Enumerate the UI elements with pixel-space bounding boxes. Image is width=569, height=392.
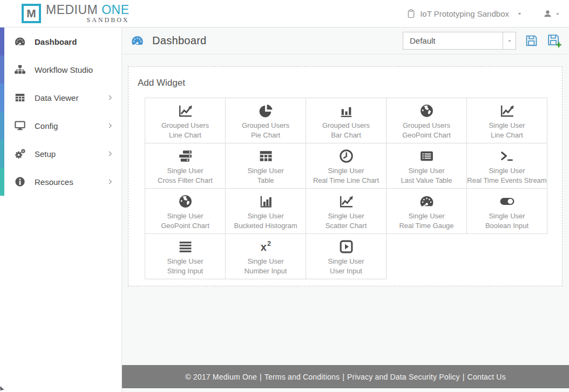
footer-separator: | bbox=[260, 373, 262, 381]
caret-down-icon bbox=[507, 38, 512, 44]
sidebar-item-label: Data Viewer bbox=[35, 93, 78, 102]
select-caret[interactable] bbox=[503, 32, 516, 49]
pie-chart-icon bbox=[258, 103, 274, 119]
widget-grouped-users-geopoint-chart[interactable]: Grouped UsersGeoPoint Chart bbox=[386, 98, 467, 143]
sandbox-selector-label: IoT Prototyping Sandbox bbox=[420, 9, 509, 18]
bar-chart-icon bbox=[338, 103, 354, 119]
widget-group-label: Single User bbox=[247, 257, 283, 266]
footer: © 2017 Medium One|Terms and Conditions|P… bbox=[122, 365, 569, 388]
widget-name-label: Real Time Events Stream bbox=[467, 176, 546, 185]
align-justify-icon bbox=[178, 239, 193, 255]
widget-grouped-users-line-chart[interactable]: Grouped UsersLine Chart bbox=[145, 98, 226, 143]
widget-grouped-users-bar-chart[interactable]: Grouped UsersBar Chart bbox=[306, 98, 387, 143]
account-menu[interactable] bbox=[543, 9, 560, 18]
widget-single-user-boolean-input[interactable]: Single UserBoolean Input bbox=[466, 188, 547, 234]
widget-single-user-real-time-line-chart[interactable]: Single UserReal Time Line Chart bbox=[306, 143, 387, 189]
widget-group-label: Single User bbox=[489, 166, 525, 176]
widget-group-label: Single User bbox=[408, 211, 444, 221]
sidebar-item-dashboard[interactable]: Dashboard bbox=[0, 27, 121, 56]
sidebar-item-label: Config bbox=[35, 121, 58, 130]
widget-single-user-real-time-gauge[interactable]: Single UserReal Time Gauge bbox=[386, 188, 467, 234]
widget-single-user-user-input[interactable]: Single UserUser Input bbox=[306, 233, 387, 279]
add-widget-panel: Add Widget Grouped UsersLine ChartGroupe… bbox=[128, 66, 563, 286]
chevron-right-icon bbox=[106, 122, 114, 129]
sandbox-selector-dropdown[interactable]: IoT Prototyping Sandbox bbox=[407, 9, 527, 19]
widget-single-user-geopoint-chart[interactable]: Single UserGeoPoint Chart bbox=[145, 188, 226, 234]
widget-group-label: Single User bbox=[489, 121, 525, 130]
logo-mark-icon: M bbox=[22, 4, 41, 23]
main-area: Dashboard Default Add Widget Grouped Use… bbox=[122, 27, 569, 392]
widget-name-label: Cross Filter Chart bbox=[158, 176, 213, 185]
widget-name-label: Number Input bbox=[245, 266, 287, 276]
chevron-right-icon bbox=[106, 178, 114, 185]
brand-subtitle: SANDBOX bbox=[46, 17, 130, 24]
widget-group-label: Grouped Users bbox=[403, 121, 450, 130]
sidebar-accent-strip bbox=[0, 112, 4, 140]
cross-filter-icon bbox=[178, 148, 193, 164]
footer-link-contact-us[interactable]: Contact Us bbox=[468, 373, 506, 381]
footer-link-terms-and-conditions[interactable]: Terms and Conditions bbox=[265, 373, 340, 381]
dashboard-view-select[interactable]: Default bbox=[403, 32, 516, 50]
save-as-new-dashboard-button[interactable] bbox=[547, 33, 561, 48]
footer-link-privacy-and-data-security-policy[interactable]: Privacy and Data Security Policy bbox=[347, 373, 460, 381]
brand-accent: ONE bbox=[101, 3, 129, 17]
widget-single-user-bucketed-histogram[interactable]: Single UserBucketed Histogram bbox=[225, 188, 306, 234]
list-alt-icon bbox=[419, 148, 435, 164]
caret-down-icon bbox=[517, 11, 523, 17]
sidebar-accent-strip bbox=[0, 56, 4, 84]
widget-single-user-last-value-table[interactable]: Single UserLast Value Table bbox=[386, 143, 467, 189]
widget-group-label: Single User bbox=[247, 211, 283, 221]
widget-name-label: Bar Chart bbox=[331, 130, 361, 140]
widget-single-user-string-input[interactable]: Single UserString Input bbox=[145, 233, 226, 279]
sidebar-item-setup[interactable]: Setup bbox=[0, 140, 121, 168]
widget-name-label: String Input bbox=[167, 266, 204, 276]
widget-name-label: Pie Chart bbox=[251, 130, 280, 140]
info-circle-icon bbox=[14, 176, 26, 188]
sidebar-item-data-viewer[interactable]: Data Viewer bbox=[0, 84, 121, 112]
widget-group-label: Single User bbox=[167, 257, 203, 266]
widget-name-label: Scatter Chart bbox=[326, 221, 367, 231]
widget-group-label: Single User bbox=[489, 211, 525, 221]
footer-separator: | bbox=[342, 373, 344, 381]
mouse-cursor bbox=[0, 386, 4, 391]
widget-name-label: Real Time Gauge bbox=[399, 221, 453, 231]
sidebar-item-config[interactable]: Config bbox=[0, 112, 121, 140]
brand-text: MEDIUM ONE SANDBOX bbox=[46, 3, 130, 24]
view-select-value: Default bbox=[403, 32, 503, 49]
gears-icon bbox=[14, 148, 26, 160]
content-area: Add Widget Grouped UsersLine ChartGroupe… bbox=[122, 54, 569, 365]
widget-group-label: Single User bbox=[328, 166, 364, 176]
sitemap-icon bbox=[14, 64, 26, 75]
widget-single-user-table[interactable]: Single UserTable bbox=[225, 143, 306, 189]
histogram-icon bbox=[258, 194, 274, 209]
sidebar-accent-strip bbox=[0, 140, 4, 168]
footer-copyright: © 2017 Medium One bbox=[185, 373, 257, 381]
sidebar-item-label: Setup bbox=[35, 149, 56, 159]
save-dashboard-button[interactable] bbox=[525, 34, 538, 47]
widget-grid: Grouped UsersLine ChartGrouped UsersPie … bbox=[145, 98, 548, 279]
superscript-icon: x2 bbox=[258, 239, 274, 255]
widget-group-label: Single User bbox=[408, 166, 444, 176]
widget-group-label: Single User bbox=[247, 166, 283, 176]
medium-one-logo[interactable]: M MEDIUM ONE SANDBOX bbox=[22, 3, 130, 24]
widget-single-user-scatter-chart[interactable]: Single UserScatter Chart bbox=[306, 188, 387, 234]
widget-single-user-real-time-events-stream[interactable]: Single UserReal Time Events Stream bbox=[466, 143, 547, 189]
tachometer-icon bbox=[419, 194, 435, 209]
user-icon bbox=[543, 9, 552, 18]
widget-grouped-users-pie-chart[interactable]: Grouped UsersPie Chart bbox=[225, 98, 306, 143]
sidebar-item-resources[interactable]: Resources bbox=[0, 168, 121, 196]
sidebar-accent-strip bbox=[0, 168, 4, 196]
widget-single-user-line-chart[interactable]: Single UserLine Chart bbox=[466, 98, 547, 143]
widget-name-label: Table bbox=[257, 176, 274, 185]
widget-group-label: Grouped Users bbox=[322, 121, 370, 130]
sidebar-item-label: Dashboard bbox=[35, 37, 77, 46]
sidebar-item-workflow-studio[interactable]: Workflow Studio bbox=[0, 56, 121, 84]
sidebar-item-label: Workflow Studio bbox=[35, 65, 93, 74]
widget-single-user-cross-filter-chart[interactable]: Single UserCross Filter Chart bbox=[145, 143, 226, 189]
widget-single-user-number-input[interactable]: x2Single UserNumber Input bbox=[225, 233, 306, 279]
widget-name-label: GeoPoint Chart bbox=[402, 130, 451, 140]
sidebar-accent-strip bbox=[0, 84, 4, 112]
svg-text:2: 2 bbox=[267, 240, 271, 247]
globe-icon bbox=[419, 103, 435, 119]
widget-group-label: Single User bbox=[328, 211, 364, 221]
